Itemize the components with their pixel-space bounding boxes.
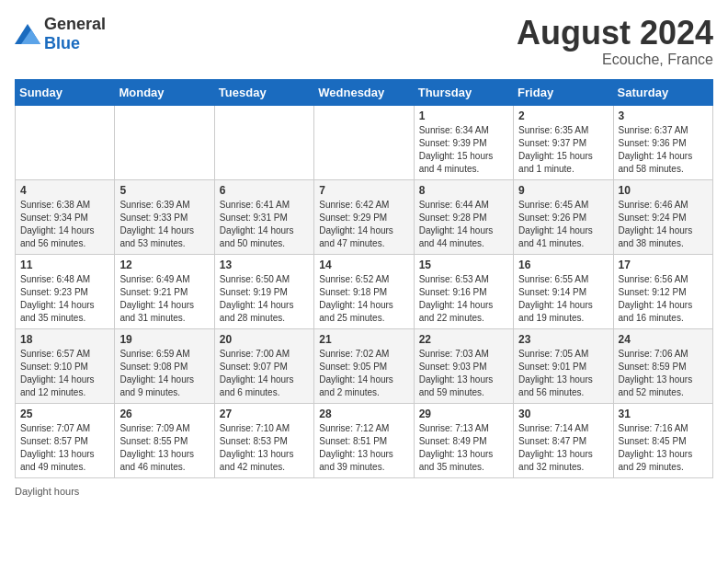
calendar-cell: 17Sunrise: 6:56 AM Sunset: 9:12 PM Dayli… — [613, 254, 712, 328]
day-info: Sunrise: 6:56 AM Sunset: 9:12 PM Dayligh… — [619, 273, 708, 325]
day-info: Sunrise: 7:16 AM Sunset: 8:45 PM Dayligh… — [619, 422, 708, 474]
day-number: 7 — [319, 184, 408, 197]
day-info: Sunrise: 6:34 AM Sunset: 9:39 PM Dayligh… — [419, 124, 508, 176]
footer: Daylight hours — [15, 486, 713, 497]
calendar-cell: 12Sunrise: 6:49 AM Sunset: 9:21 PM Dayli… — [115, 254, 214, 328]
calendar-cell: 10Sunrise: 6:46 AM Sunset: 9:24 PM Dayli… — [613, 179, 712, 254]
day-number: 13 — [220, 259, 309, 271]
day-header-wednesday: Wednesday — [314, 79, 414, 105]
day-number: 30 — [518, 408, 608, 420]
day-number: 18 — [20, 333, 109, 346]
calendar-body: 1Sunrise: 6:34 AM Sunset: 9:39 PM Daylig… — [16, 105, 713, 477]
day-info: Sunrise: 6:59 AM Sunset: 9:08 PM Dayligh… — [119, 348, 209, 399]
day-number: 4 — [20, 184, 109, 197]
day-number: 24 — [619, 333, 708, 346]
logo: General Blue — [15, 15, 106, 53]
calendar-table: SundayMondayTuesdayWednesdayThursdayFrid… — [15, 79, 713, 478]
day-info: Sunrise: 7:02 AM Sunset: 9:05 PM Dayligh… — [319, 348, 408, 399]
day-info: Sunrise: 6:57 AM Sunset: 9:10 PM Dayligh… — [20, 348, 109, 399]
calendar-row: 18Sunrise: 6:57 AM Sunset: 9:10 PM Dayli… — [16, 328, 713, 403]
day-header-sunday: Sunday — [16, 79, 115, 105]
day-info: Sunrise: 6:38 AM Sunset: 9:34 PM Dayligh… — [20, 199, 109, 250]
calendar-cell: 28Sunrise: 7:12 AM Sunset: 8:51 PM Dayli… — [314, 403, 414, 477]
calendar-cell: 7Sunrise: 6:42 AM Sunset: 9:29 PM Daylig… — [314, 179, 414, 254]
day-number: 15 — [419, 259, 508, 271]
day-number: 14 — [319, 259, 408, 271]
day-info: Sunrise: 7:13 AM Sunset: 8:49 PM Dayligh… — [419, 422, 508, 474]
day-info: Sunrise: 6:37 AM Sunset: 9:36 PM Dayligh… — [619, 124, 708, 176]
day-info: Sunrise: 6:48 AM Sunset: 9:23 PM Dayligh… — [20, 273, 109, 325]
calendar-cell: 3Sunrise: 6:37 AM Sunset: 9:36 PM Daylig… — [613, 105, 712, 179]
calendar-cell: 2Sunrise: 6:35 AM Sunset: 9:37 PM Daylig… — [514, 105, 613, 179]
day-number: 19 — [119, 333, 209, 346]
day-number: 10 — [619, 184, 708, 197]
day-header-saturday: Saturday — [613, 79, 712, 105]
day-info: Sunrise: 7:06 AM Sunset: 8:59 PM Dayligh… — [619, 348, 708, 399]
calendar-cell — [115, 105, 214, 179]
calendar-cell: 24Sunrise: 7:06 AM Sunset: 8:59 PM Dayli… — [613, 328, 712, 403]
day-info: Sunrise: 7:12 AM Sunset: 8:51 PM Dayligh… — [319, 422, 408, 474]
calendar-cell: 1Sunrise: 6:34 AM Sunset: 9:39 PM Daylig… — [414, 105, 513, 179]
day-number: 27 — [220, 408, 309, 420]
title-block: August 2024 Ecouche, France — [517, 15, 713, 68]
calendar-cell: 19Sunrise: 6:59 AM Sunset: 9:08 PM Dayli… — [115, 328, 214, 403]
day-number: 28 — [319, 408, 408, 420]
header-row: SundayMondayTuesdayWednesdayThursdayFrid… — [16, 79, 713, 105]
day-number: 2 — [518, 109, 608, 122]
calendar-cell: 30Sunrise: 7:14 AM Sunset: 8:47 PM Dayli… — [514, 403, 613, 477]
page-header: General Blue August 2024 Ecouche, France — [15, 15, 713, 68]
day-info: Sunrise: 6:44 AM Sunset: 9:28 PM Dayligh… — [419, 199, 508, 250]
calendar-cell: 14Sunrise: 6:52 AM Sunset: 9:18 PM Dayli… — [314, 254, 414, 328]
day-info: Sunrise: 6:46 AM Sunset: 9:24 PM Dayligh… — [619, 199, 708, 250]
calendar-row: 4Sunrise: 6:38 AM Sunset: 9:34 PM Daylig… — [16, 179, 713, 254]
calendar-cell: 11Sunrise: 6:48 AM Sunset: 9:23 PM Dayli… — [16, 254, 115, 328]
day-number: 9 — [518, 184, 608, 197]
calendar-row: 1Sunrise: 6:34 AM Sunset: 9:39 PM Daylig… — [16, 105, 713, 179]
day-number: 26 — [119, 408, 209, 420]
day-number: 3 — [619, 109, 708, 122]
logo-icon — [15, 24, 40, 44]
location-title: Ecouche, France — [517, 52, 713, 68]
day-info: Sunrise: 6:45 AM Sunset: 9:26 PM Dayligh… — [518, 199, 608, 250]
day-info: Sunrise: 7:00 AM Sunset: 9:07 PM Dayligh… — [220, 348, 309, 399]
calendar-cell: 5Sunrise: 6:39 AM Sunset: 9:33 PM Daylig… — [115, 179, 214, 254]
calendar-cell: 21Sunrise: 7:02 AM Sunset: 9:05 PM Dayli… — [314, 328, 414, 403]
calendar-cell: 20Sunrise: 7:00 AM Sunset: 9:07 PM Dayli… — [214, 328, 313, 403]
day-info: Sunrise: 6:41 AM Sunset: 9:31 PM Dayligh… — [220, 199, 309, 250]
day-header-thursday: Thursday — [414, 79, 513, 105]
logo-text: General Blue — [44, 15, 106, 53]
day-header-tuesday: Tuesday — [214, 79, 313, 105]
day-number: 5 — [119, 184, 209, 197]
calendar-cell: 29Sunrise: 7:13 AM Sunset: 8:49 PM Dayli… — [414, 403, 513, 477]
calendar-cell: 31Sunrise: 7:16 AM Sunset: 8:45 PM Dayli… — [613, 403, 712, 477]
calendar-cell: 15Sunrise: 6:53 AM Sunset: 9:16 PM Dayli… — [414, 254, 513, 328]
day-info: Sunrise: 7:03 AM Sunset: 9:03 PM Dayligh… — [419, 348, 508, 399]
day-header-friday: Friday — [514, 79, 613, 105]
calendar-row: 11Sunrise: 6:48 AM Sunset: 9:23 PM Dayli… — [16, 254, 713, 328]
calendar-cell — [214, 105, 313, 179]
month-title: August 2024 — [517, 15, 713, 52]
logo-blue: Blue — [44, 34, 80, 52]
day-info: Sunrise: 6:50 AM Sunset: 9:19 PM Dayligh… — [220, 273, 309, 325]
day-number: 8 — [419, 184, 508, 197]
day-number: 23 — [518, 333, 608, 346]
logo-general: General — [44, 15, 106, 33]
day-info: Sunrise: 6:55 AM Sunset: 9:14 PM Dayligh… — [518, 273, 608, 325]
day-number: 22 — [419, 333, 508, 346]
calendar-cell: 8Sunrise: 6:44 AM Sunset: 9:28 PM Daylig… — [414, 179, 513, 254]
day-info: Sunrise: 7:05 AM Sunset: 9:01 PM Dayligh… — [518, 348, 608, 399]
day-number: 29 — [419, 408, 508, 420]
day-number: 17 — [619, 259, 708, 271]
day-number: 21 — [319, 333, 408, 346]
calendar-cell: 22Sunrise: 7:03 AM Sunset: 9:03 PM Dayli… — [414, 328, 513, 403]
day-number: 25 — [20, 408, 109, 420]
calendar-cell: 9Sunrise: 6:45 AM Sunset: 9:26 PM Daylig… — [514, 179, 613, 254]
calendar-cell — [314, 105, 414, 179]
day-info: Sunrise: 6:35 AM Sunset: 9:37 PM Dayligh… — [518, 124, 608, 176]
calendar-cell: 4Sunrise: 6:38 AM Sunset: 9:34 PM Daylig… — [16, 179, 115, 254]
day-info: Sunrise: 6:39 AM Sunset: 9:33 PM Dayligh… — [119, 199, 209, 250]
day-number: 11 — [20, 259, 109, 271]
calendar-cell: 16Sunrise: 6:55 AM Sunset: 9:14 PM Dayli… — [514, 254, 613, 328]
daylight-label: Daylight hours — [15, 486, 79, 497]
day-number: 16 — [518, 259, 608, 271]
